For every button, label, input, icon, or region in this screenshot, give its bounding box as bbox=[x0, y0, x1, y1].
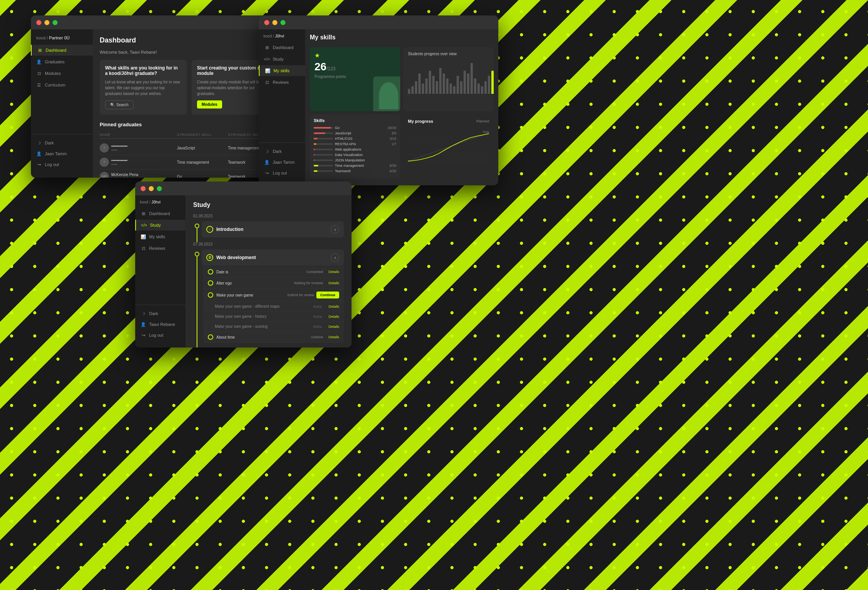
tl-yellow-study[interactable] bbox=[149, 186, 154, 191]
avatar: ? bbox=[100, 158, 109, 167]
brand-skills: kood / Jõhvi bbox=[259, 33, 305, 42]
skills-list-title: Skills bbox=[314, 118, 396, 123]
item-left-scoring: Make your own game - scoring bbox=[215, 324, 313, 329]
tl-green[interactable] bbox=[53, 20, 58, 25]
sidebar-item-dashboard-study[interactable]: ⊞ Dashboard bbox=[135, 208, 185, 219]
bar bbox=[411, 86, 414, 94]
logout-skills[interactable]: ↪ Log out bbox=[259, 168, 305, 178]
progress-chart-svg: Student bbox=[408, 126, 489, 168]
bar bbox=[415, 81, 417, 94]
item-dot-makegame bbox=[208, 292, 213, 298]
graduate-name-cell: MP McKenzie Pena id.blandit@uol.co.uk bbox=[100, 172, 177, 178]
titlebar-skills bbox=[259, 15, 498, 29]
graduate-email: ••••• bbox=[111, 163, 127, 166]
sidebar-item-dashboard[interactable]: ⊞ Dashboard bbox=[31, 45, 93, 56]
detail-link-scoring[interactable]: Details bbox=[328, 325, 339, 329]
sidebar-item-myskills-study[interactable]: 📊 My skills bbox=[135, 231, 185, 242]
status-makegame: Submit for review bbox=[287, 293, 314, 297]
pinned-graduates-title: Pinned graduates bbox=[100, 122, 279, 127]
item-alter-ego: Alter ego Waiting for reviews Details bbox=[203, 278, 344, 289]
item-left-maps: Make your own game - different maps bbox=[215, 304, 313, 309]
detail-link-dateis[interactable]: Details bbox=[328, 270, 339, 274]
bar bbox=[443, 73, 445, 94]
date-section-2: 07.09.2023 bbox=[193, 242, 344, 246]
tl-green-study[interactable] bbox=[157, 186, 162, 191]
bar bbox=[408, 89, 410, 94]
sidebar-item-user[interactable]: 👤 Jaan Tamm bbox=[31, 148, 93, 159]
module-items-webdev: Date is Completed Details Alter ego bbox=[203, 266, 344, 343]
sidebar-item-curriculum[interactable]: ☰ Curriculum bbox=[31, 80, 93, 90]
sidebar-item-reviews-study[interactable]: ⊡ Reviews bbox=[135, 243, 185, 254]
window-skills: kood / Jõhvi ⊞ Dashboard </> Study 📊 My … bbox=[259, 15, 498, 185]
logout-study[interactable]: ↪ Log out bbox=[135, 330, 185, 341]
skill-fraction: 3/15 bbox=[389, 137, 396, 141]
detail-link-maps[interactable]: Details bbox=[328, 305, 339, 309]
continue-button[interactable]: Continue bbox=[316, 292, 339, 298]
user-icon-skills: 👤 bbox=[264, 159, 270, 165]
modules-button[interactable]: Modules bbox=[197, 100, 222, 109]
detail-link-alterego[interactable]: Details bbox=[328, 281, 339, 285]
item-game-history: Make your own game - history Extra Detai… bbox=[203, 312, 344, 322]
sidebar-item-modules[interactable]: ⊡ Modules bbox=[31, 68, 93, 79]
user-skills[interactable]: 👤 Jaan Tamm bbox=[259, 157, 305, 168]
bar bbox=[474, 78, 476, 94]
tl-red[interactable] bbox=[36, 20, 41, 25]
home-icon-skills: ⊞ bbox=[264, 45, 270, 50]
skills-icon: 📊 bbox=[265, 68, 270, 73]
dark-mode-icon: ☽ bbox=[36, 140, 42, 146]
module-header-introduction[interactable]: ○ Introduction ∨ bbox=[202, 221, 344, 237]
titlebar-dashboard bbox=[31, 15, 286, 29]
dark-mode-study[interactable]: ☽ Dark bbox=[135, 308, 185, 319]
page-title-skills: My skills bbox=[305, 29, 498, 42]
detail-link-abouttime[interactable]: Details bbox=[328, 335, 339, 339]
sidebar-item-myskills[interactable]: 📊 My skills bbox=[259, 65, 305, 76]
extra-label-scoring: Extra bbox=[313, 325, 321, 329]
module-toggle-webdev[interactable]: ∧ bbox=[331, 253, 339, 262]
item-left-abouttime: About time bbox=[208, 334, 311, 340]
sidebar-item-dark[interactable]: ☽ Dark bbox=[31, 137, 93, 148]
tl-yellow[interactable] bbox=[44, 20, 49, 25]
star-icon: ★ bbox=[314, 52, 396, 59]
bar bbox=[488, 76, 490, 94]
bar bbox=[467, 73, 469, 94]
tl-green-skills[interactable] bbox=[280, 20, 285, 25]
item-about-time: About time Undone Details bbox=[203, 332, 344, 343]
programme-points-value: 26/123 bbox=[314, 61, 396, 73]
item-left-dateis: Date is bbox=[208, 269, 306, 275]
item-dot-alterego bbox=[208, 280, 213, 286]
students-progress-title: Students progress over view bbox=[408, 52, 489, 56]
bar bbox=[481, 86, 483, 94]
tl-red-study[interactable] bbox=[141, 186, 146, 191]
bar bbox=[436, 81, 438, 94]
module-header-webdev[interactable]: ② Web development ∧ bbox=[202, 249, 344, 266]
dark-mode-skills[interactable]: ☽ Dark bbox=[259, 146, 305, 157]
user-study[interactable]: 👤 Taavi Rebane bbox=[135, 319, 185, 330]
bar bbox=[418, 73, 421, 94]
sidebar-item-dashboard-skills[interactable]: ⊞ Dashboard bbox=[259, 42, 305, 53]
graduate-name: McKenzie Pena bbox=[111, 173, 143, 177]
skills-main-content: My skills ★ 26/123 Programme points Stud… bbox=[305, 29, 498, 185]
sidebar-item-study-skills[interactable]: </> Study bbox=[259, 54, 305, 64]
item-name-makegame: Make your own game bbox=[216, 293, 253, 297]
sidebar-item-study-active[interactable]: </> Study bbox=[135, 220, 185, 231]
search-button[interactable]: 🔍 Search bbox=[105, 100, 134, 109]
sidebar-item-logout[interactable]: ↪ Log out bbox=[31, 159, 93, 170]
search-icon: 🔍 bbox=[110, 103, 115, 107]
tl-red-skills[interactable] bbox=[264, 20, 269, 25]
sidebar-item-reviews-skills[interactable]: ⊡ Reviews bbox=[259, 77, 305, 88]
sidebar-item-graduates[interactable]: 👤 Graduates bbox=[31, 56, 93, 67]
item-name-history: Make your own game - history bbox=[215, 314, 267, 319]
module-toggle-introduction[interactable]: ∨ bbox=[331, 225, 339, 234]
col-name: NAME bbox=[100, 133, 177, 137]
item-game-scoring: Make your own game - scoring Extra Detai… bbox=[203, 322, 344, 332]
item-dot-abouttime bbox=[208, 334, 213, 340]
tl-yellow-skills[interactable] bbox=[272, 20, 277, 25]
skill-name: Data Visualization bbox=[335, 153, 363, 157]
svg-line-5 bbox=[408, 133, 489, 161]
detail-link-history[interactable]: Details bbox=[328, 315, 339, 319]
skill-item: JSON Manipulation bbox=[314, 158, 396, 162]
sidebar-nav: ⊞ Dashboard 👤 Graduates ⊡ Modules ☰ Curr… bbox=[31, 45, 93, 131]
skill-item: Time management8/35 bbox=[314, 164, 396, 168]
bar bbox=[439, 68, 442, 94]
graduate-email: ••••• bbox=[111, 148, 127, 152]
